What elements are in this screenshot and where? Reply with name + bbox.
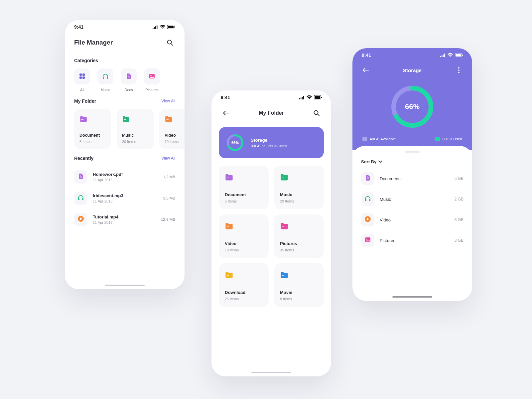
svg-rect-30 — [299, 98, 300, 99]
folder-items: 10 Items — [225, 248, 263, 252]
storage-card[interactable]: 66% Storage 80GB of 128GB used — [219, 127, 324, 158]
home-indicator[interactable] — [251, 372, 291, 373]
folder-card[interactable]: Video 10 Items — [159, 109, 185, 149]
sheet-handle[interactable] — [405, 151, 420, 153]
svg-rect-0 — [153, 28, 154, 29]
svg-rect-48 — [440, 56, 441, 57]
folder-card[interactable]: Music 20 Items — [117, 109, 154, 149]
wifi-icon — [448, 53, 453, 57]
back-button[interactable] — [221, 108, 231, 118]
picture-icon — [149, 73, 155, 80]
storage-ring: 66% — [226, 134, 244, 152]
legend-used: 80GB Used — [435, 137, 462, 141]
storage-size: 2 GB — [455, 197, 464, 201]
category-all[interactable]: All — [74, 68, 90, 92]
svg-rect-31 — [301, 97, 302, 99]
recent-item[interactable]: Tutorial.mp4 11 Apr 2016 12,9 MB — [74, 209, 175, 230]
file-chip — [361, 193, 374, 206]
category-pictures[interactable]: Pictures — [144, 68, 160, 92]
svg-rect-21 — [124, 119, 126, 120]
more-button[interactable] — [454, 65, 464, 75]
svg-rect-33 — [303, 96, 304, 99]
category-music[interactable]: Music — [97, 68, 113, 92]
folder-icon — [122, 118, 130, 124]
sort-by[interactable]: Sort By — [352, 158, 472, 168]
page-title: File Manager — [74, 39, 113, 46]
folder-card[interactable]: Document 5 Items — [74, 109, 111, 149]
svg-rect-15 — [128, 76, 130, 76]
folder-card[interactable]: Download 25 Items — [219, 263, 269, 307]
file-chip — [361, 213, 374, 226]
storage-item[interactable]: Documents 5 GB — [352, 168, 472, 189]
status-time: 9:41 — [221, 95, 230, 100]
arrow-left-icon — [223, 110, 229, 116]
folder-card[interactable]: Pictures 35 Items — [274, 214, 324, 258]
file-date: 11 Apr 2016 — [93, 178, 158, 182]
battery-icon — [167, 25, 175, 29]
file-info: Iridescent.mp3 11 Apr 2016 — [93, 193, 158, 203]
svg-rect-11 — [79, 76, 82, 79]
svg-point-38 — [314, 111, 318, 115]
folder-items: 8 Items — [280, 297, 318, 301]
svg-rect-63 — [367, 177, 368, 177]
recent-item[interactable]: Iridescent.mp3 11 Apr 2016 3,5 MB — [74, 188, 175, 209]
folder-name: Music — [122, 133, 149, 138]
folder-card[interactable]: Document 5 Items — [219, 166, 269, 209]
storage-item[interactable]: Music 2 GB — [352, 189, 472, 209]
svg-point-7 — [168, 40, 172, 44]
search-icon — [167, 39, 173, 46]
svg-rect-32 — [302, 97, 303, 99]
folder-card[interactable]: Video 10 Items — [219, 214, 269, 258]
storage-name: Video — [380, 217, 449, 222]
status-icons — [440, 53, 463, 57]
svg-rect-50 — [443, 55, 444, 57]
folder-card[interactable]: Music 20 Items — [274, 166, 324, 209]
file-chip — [361, 234, 374, 247]
status-time: 9:41 — [362, 53, 371, 58]
recent-item[interactable]: Homework.pdf 11 Apr 2016 1,2 MB — [74, 166, 175, 188]
home-indicator[interactable] — [392, 296, 432, 298]
headphones-icon — [364, 195, 371, 203]
file-name: Iridescent.mp3 — [93, 193, 158, 198]
doc-icon — [125, 73, 132, 80]
legend-available-label: 48GB Available — [370, 137, 396, 141]
svg-rect-17 — [128, 75, 129, 75]
category-chip — [144, 68, 160, 84]
folder-items: 5 Items — [79, 140, 106, 144]
play-icon — [77, 215, 84, 223]
svg-rect-43 — [282, 178, 284, 178]
storage-ring-wrap: 66% — [352, 79, 472, 137]
svg-rect-65 — [369, 199, 370, 201]
svg-rect-9 — [79, 73, 82, 76]
svg-rect-24 — [80, 177, 82, 178]
file-name: Homework.pdf — [93, 172, 158, 177]
home-indicator[interactable] — [105, 285, 145, 286]
folder-icon — [280, 177, 289, 183]
file-info: Tutorial.mp4 11 Apr 2016 — [93, 214, 156, 224]
headphones-icon — [77, 194, 84, 202]
headphones-icon — [102, 73, 109, 80]
svg-rect-26 — [78, 198, 79, 200]
view-all-recent[interactable]: View All — [161, 156, 175, 161]
svg-point-58 — [458, 72, 460, 73]
svg-rect-53 — [456, 54, 461, 57]
storage-sheet: Sort By Documents 5 GB Music 2 GB Video … — [352, 146, 472, 257]
folder-card[interactable]: Movie 8 Items — [274, 263, 324, 307]
categories-header: Categories — [65, 54, 185, 68]
folder-icon — [165, 118, 173, 124]
svg-rect-62 — [367, 179, 369, 179]
folder-name: Download — [225, 290, 263, 295]
storage-item[interactable]: Pictures 3 GB — [352, 230, 472, 251]
folder-items: 20 Items — [122, 140, 149, 144]
view-all-folders[interactable]: View All — [161, 99, 175, 103]
storage-item[interactable]: Video 8 GB — [352, 209, 472, 230]
search-button[interactable] — [311, 108, 322, 118]
category-chip — [121, 68, 137, 84]
back-button[interactable] — [360, 65, 371, 75]
search-button[interactable] — [165, 37, 175, 48]
categories-title: Categories — [74, 58, 98, 63]
category-docs[interactable]: Docs — [121, 68, 137, 92]
svg-rect-3 — [157, 25, 158, 29]
arrow-left-icon — [362, 67, 369, 73]
wifi-icon — [160, 25, 165, 29]
